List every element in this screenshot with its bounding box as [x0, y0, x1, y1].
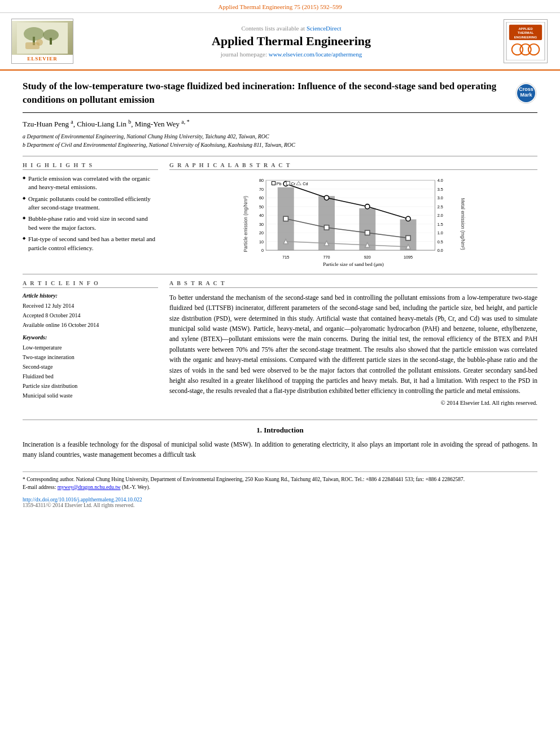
svg-text:2.0: 2.0	[438, 213, 443, 218]
keyword-item: Two-stage incineration	[23, 352, 158, 362]
svg-text:Mark: Mark	[520, 92, 532, 98]
svg-point-58	[324, 195, 329, 200]
accepted-date: Accepted 8 October 2014	[23, 311, 158, 320]
article-dates: Received 12 July 2014 Accepted 8 October…	[23, 301, 158, 330]
crossmark-badge[interactable]: Cross Mark	[515, 82, 537, 104]
svg-text:1.0: 1.0	[438, 230, 443, 235]
journal-homepage-url[interactable]: www.elsevier.com/locate/apthermeng	[269, 51, 362, 58]
svg-text:Cr: Cr	[291, 181, 296, 186]
publisher-logo-area: ELSEVIER	[11, 19, 79, 64]
keyword-item: Low-temperature	[23, 343, 158, 352]
affiliations: a Department of Environmental Engineerin…	[23, 132, 537, 149]
svg-point-60	[406, 216, 410, 221]
svg-text:20: 20	[259, 230, 264, 235]
keywords-list: Low-temperature Two-stage incineration S…	[23, 343, 158, 400]
svg-text:0.0: 0.0	[438, 248, 443, 253]
svg-text:30: 30	[259, 222, 264, 227]
keyword-item: Fluidized bed	[23, 372, 158, 381]
article-history: Article history: Received 12 July 2014 A…	[23, 292, 158, 330]
highlights-column: H I G H L I G H T S Particle emission wa…	[23, 162, 158, 267]
chart-area: Particle emission (mg/Nm³) Metal emissio…	[169, 174, 537, 265]
info-abstract-section: A R T I C L E I N F O Article history: R…	[23, 280, 537, 413]
svg-rect-69	[272, 181, 275, 185]
footer-links: http://dx.doi.org/10.1016/j.applthermale…	[23, 497, 537, 508]
svg-rect-62	[324, 225, 329, 230]
elsevier-graphic	[12, 21, 73, 55]
abstract-text: To better understand the mechanism of th…	[169, 292, 537, 396]
svg-text:Pb: Pb	[277, 181, 282, 186]
svg-text:10: 10	[259, 239, 264, 244]
svg-text:3.5: 3.5	[438, 187, 443, 192]
svg-text:Cd: Cd	[303, 181, 308, 186]
received-date: Received 12 July 2014	[23, 301, 158, 311]
svg-rect-0	[17, 23, 68, 54]
footnotes-area: * Corresponding author. National Chung H…	[23, 471, 537, 492]
contents-link: Contents lists available at ScienceDirec…	[85, 25, 498, 32]
authors-line: Tzu-Huan Peng a, Chiou-Liang Lin b, Ming…	[23, 119, 537, 129]
corner-box: APPLIED THERMAL ENGINEERING	[504, 19, 548, 63]
svg-text:THERMAL: THERMAL	[518, 31, 534, 34]
svg-text:70: 70	[259, 187, 264, 192]
abstract-header: A B S T R A C T	[169, 280, 537, 288]
elsevier-logo-box: ELSEVIER	[11, 19, 73, 64]
svg-text:0.5: 0.5	[438, 239, 443, 244]
svg-rect-4	[50, 38, 52, 45]
keywords-label: Keywords:	[23, 334, 158, 340]
issn-line: 1359-4311/© 2014 Elsevier Ltd. All right…	[23, 503, 537, 508]
corresponding-author-note: * Corresponding author. National Chung H…	[23, 475, 537, 483]
author-email[interactable]: mywey@dragon.nchu.edu.tw	[58, 484, 121, 490]
article-title: Study of the low-temperature two-stage f…	[23, 81, 496, 105]
svg-rect-63	[365, 230, 370, 235]
svg-rect-61	[283, 216, 288, 221]
graphical-abstract-chart: Particle emission (mg/Nm³) Metal emissio…	[169, 174, 537, 265]
highlight-item: Bubble-phase ratio and void size in seco…	[23, 215, 158, 232]
highlights-list: Particle emission was correlated with th…	[23, 174, 158, 252]
svg-text:Metal emission (mg/Nm³): Metal emission (mg/Nm³)	[460, 198, 465, 250]
svg-text:2.5: 2.5	[438, 204, 443, 209]
homepage-link: journal homepage: www.elsevier.com/locat…	[85, 51, 498, 58]
svg-text:Cross: Cross	[519, 86, 533, 92]
svg-text:0: 0	[261, 248, 264, 253]
keyword-item: Particle size distribution	[23, 381, 158, 391]
affiliation-a: a Department of Environmental Engineerin…	[23, 132, 537, 141]
svg-text:920: 920	[364, 255, 371, 260]
article-title-section: Study of the low-temperature two-stage f…	[23, 80, 537, 113]
svg-text:APPLIED: APPLIED	[518, 27, 532, 30]
sciencedirect-link[interactable]: ScienceDirect	[307, 25, 342, 32]
highlight-item: Flat-type of second sand bed has a bette…	[23, 235, 158, 252]
elsevier-label: ELSEVIER	[27, 56, 58, 62]
main-content: Study of the low-temperature two-stage f…	[0, 71, 560, 517]
journal-title: Applied Thermal Engineering	[85, 34, 498, 49]
doi-link: http://dx.doi.org/10.1016/j.applthermale…	[23, 497, 537, 503]
highlight-item: Organic pollutants could be controlled e…	[23, 195, 158, 212]
keyword-item: Municipal solid waste	[23, 391, 158, 400]
svg-text:715: 715	[282, 255, 289, 260]
available-date: Available online 16 October 2014	[23, 320, 158, 330]
svg-point-59	[365, 204, 370, 209]
introduction-header: 1. Introduction	[23, 426, 537, 435]
email-line: E-mail address: mywey@dragon.nchu.edu.tw…	[23, 483, 537, 491]
keyword-item: Second-stage	[23, 362, 158, 372]
doi-url[interactable]: http://dx.doi.org/10.1016/j.applthermale…	[23, 497, 142, 503]
affiliation-b: b Department of Civil and Environmental …	[23, 141, 537, 149]
journal-header: ELSEVIER Contents lists available at Sci…	[0, 13, 560, 71]
introduction-text: Incineration is a feasible technology fo…	[23, 439, 537, 460]
svg-text:1.5: 1.5	[438, 222, 443, 227]
history-label: Article history:	[23, 292, 158, 299]
graphical-abstract-header: G R A P H I C A L A B S T R A C T	[169, 162, 537, 170]
svg-text:1095: 1095	[404, 255, 413, 260]
journal-citation: Applied Thermal Engineering 75 (2015) 59…	[0, 0, 560, 13]
journal-corner-logo: APPLIED THERMAL ENGINEERING	[504, 19, 549, 63]
svg-rect-71	[286, 181, 290, 185]
svg-rect-64	[406, 235, 410, 240]
svg-point-6	[36, 39, 43, 46]
svg-text:ENGINEERING: ENGINEERING	[514, 36, 537, 39]
graphical-abstract-column: G R A P H I C A L A B S T R A C T Partic…	[169, 162, 537, 267]
svg-text:Particle emission (mg/Nm³): Particle emission (mg/Nm³)	[243, 196, 248, 252]
highlights-header: H I G H L I G H T S	[23, 162, 158, 170]
keywords-section: Keywords: Low-temperature Two-stage inci…	[23, 334, 158, 400]
article-info-header: A R T I C L E I N F O	[23, 280, 158, 288]
svg-text:80: 80	[259, 178, 264, 183]
svg-text:50: 50	[259, 204, 264, 209]
svg-text:40: 40	[259, 213, 264, 218]
